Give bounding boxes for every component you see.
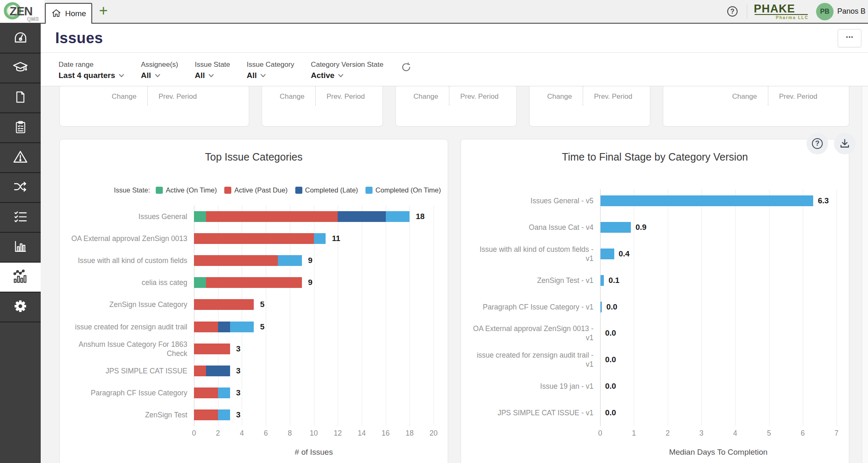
bar-segment-active-past-due-[interactable] <box>194 233 314 244</box>
sidebar-item-bar-chart[interactable] <box>0 233 41 263</box>
bar[interactable] <box>601 222 631 233</box>
bar-segment-completed-on-time-[interactable] <box>230 322 254 332</box>
bar-segment-active-past-due-[interactable] <box>194 366 206 376</box>
bar-value-label: 0.0 <box>605 329 616 338</box>
legend-label: Completed (Late) <box>305 186 358 194</box>
chevron-down-icon <box>338 72 343 79</box>
chart-row: Paragraph CF Issue Category3 <box>60 382 448 404</box>
bar-segment-completed-late-[interactable] <box>218 322 230 332</box>
tab-home[interactable]: Home <box>45 3 92 24</box>
vertical-scrollbar[interactable] <box>862 86 868 463</box>
bar-segment-completed-on-time-[interactable] <box>278 255 302 266</box>
bar-segment-completed-on-time-[interactable] <box>386 211 410 222</box>
legend-item[interactable]: Active (Past Due) <box>224 186 287 194</box>
filter-issue-category: Issue CategoryAll <box>247 61 294 80</box>
bar-segment-active-past-due-[interactable] <box>194 387 218 398</box>
clipboard-icon <box>13 120 28 136</box>
main: Issues ... Date rangeLast 4 quartersAssi… <box>41 24 868 463</box>
bar-segment-active-past-due-[interactable] <box>194 322 218 332</box>
user-name[interactable]: Panos B <box>837 7 866 16</box>
bar-segment-active-past-due-[interactable] <box>206 211 338 222</box>
filter-dropdown[interactable]: All <box>141 71 178 80</box>
bar-value-label: 0.9 <box>635 223 646 232</box>
bar-segment-active-on-time-[interactable] <box>194 211 206 222</box>
sidebar-item-clipboard[interactable] <box>0 113 41 143</box>
gear-icon <box>12 298 28 316</box>
category-label: OA External approval ZenSign 0013 - v1 <box>472 324 593 342</box>
x-tick-label: 4 <box>733 429 737 438</box>
category-label: celia iss categ <box>60 278 187 287</box>
sidebar-item-analytics[interactable] <box>0 263 41 292</box>
bar-segment-active-past-due-[interactable] <box>194 255 278 266</box>
bar-value-label: 5 <box>260 300 265 309</box>
sidebar-item-gear[interactable] <box>0 292 41 322</box>
bar-segment-active-past-due-[interactable] <box>206 277 302 288</box>
page-title: Issues <box>55 29 103 47</box>
bar[interactable] <box>601 275 604 286</box>
bar[interactable] <box>601 302 602 312</box>
legend-label: Active (On Time) <box>166 186 217 194</box>
zenqms-logo[interactable]: ZENQMS <box>0 0 44 23</box>
bar-segment-completed-on-time-[interactable] <box>314 233 326 244</box>
bar-segment-completed-on-time-[interactable] <box>218 387 230 398</box>
kpi-divider <box>768 86 768 105</box>
filter-dropdown[interactable]: Active <box>311 71 383 80</box>
chart-help-button[interactable]: ? <box>807 133 828 154</box>
charts-row: Top Issue Categories Issue State:Active … <box>59 139 849 463</box>
add-tab-button[interactable]: + <box>92 0 115 23</box>
chart-row: ZenSign Issue Category5 <box>60 294 448 316</box>
bar[interactable] <box>601 195 813 206</box>
kpi-change-label: Change <box>280 92 305 101</box>
legend-item[interactable]: Completed (Late) <box>295 186 358 194</box>
kpi-card: Change Prev. Period <box>395 86 517 127</box>
legend-item[interactable]: Active (On Time) <box>156 186 217 194</box>
sidebar-item-graduation-cap[interactable] <box>0 54 41 83</box>
kpi-divider <box>315 86 316 105</box>
avatar[interactable]: PB <box>816 3 834 20</box>
kpi-card: Change Prev. Period <box>59 86 249 127</box>
chart-row: JPS SIMPLE CAT ISSUE - v10.0 <box>461 400 849 426</box>
svg-text:QMS: QMS <box>27 16 39 22</box>
chart-download-button[interactable] <box>834 133 856 154</box>
bar-segment-active-on-time-[interactable] <box>194 277 206 288</box>
bar-segment-completed-late-[interactable] <box>338 211 385 222</box>
chart-row: celia iss categ9 <box>60 272 448 294</box>
bar[interactable] <box>601 249 614 259</box>
filter-label: Issue State <box>195 61 230 68</box>
chart-row: Anshum Issue Category For 1863 Check3 <box>60 338 448 360</box>
sidebar-item-warning-triangle[interactable] <box>0 143 41 173</box>
legend-item[interactable]: Completed (On Time) <box>365 186 441 194</box>
bar-value-label: 0.4 <box>619 249 630 258</box>
bar-segment-active-past-due-[interactable] <box>194 299 254 310</box>
sidebar-item-gauge[interactable] <box>0 24 41 54</box>
refresh-icon <box>401 67 412 74</box>
bar-segment-completed-on-time-[interactable] <box>218 409 230 420</box>
legend-swatch <box>224 187 231 194</box>
bar-segment-active-past-due-[interactable] <box>194 344 230 354</box>
chart-legend: Issue State:Active (On Time)Active (Past… <box>83 186 471 194</box>
sidebar-item-document[interactable] <box>0 83 41 113</box>
sidebar-item-checklist[interactable] <box>0 203 41 233</box>
filter-dropdown[interactable]: Last 4 quarters <box>59 71 124 80</box>
bar-value-label: 11 <box>332 234 340 243</box>
bar-segment-active-past-due-[interactable] <box>194 409 218 420</box>
bar-value-label: 6.3 <box>818 196 829 205</box>
refresh-button[interactable] <box>401 62 412 74</box>
filter-dropdown[interactable]: All <box>195 71 230 80</box>
filter-dropdown[interactable]: All <box>247 71 294 80</box>
bar-value-label: 18 <box>416 212 424 221</box>
analytics-icon <box>12 268 29 286</box>
filter-value: All <box>195 71 205 80</box>
document-icon <box>13 90 27 106</box>
sidebar-spacer <box>0 322 41 463</box>
chart-row: Issue with all kind of custom fields9 <box>60 249 448 271</box>
x-tick-label: 6 <box>801 429 805 438</box>
category-label: Issue with all kind of custom fields <box>60 256 187 265</box>
app: ZENQMS Home + ? PHAKE Pharma LLC PB Pano… <box>0 0 868 463</box>
bar-segment-completed-late-[interactable] <box>206 366 230 376</box>
sidebar-item-shuffle[interactable] <box>0 173 41 203</box>
help-icon[interactable]: ? <box>727 6 738 17</box>
chart-title: Top Issue Categories <box>60 151 448 163</box>
category-label: issue created for zensign audit trail <box>60 322 187 331</box>
more-options-button[interactable]: ... <box>838 29 861 47</box>
